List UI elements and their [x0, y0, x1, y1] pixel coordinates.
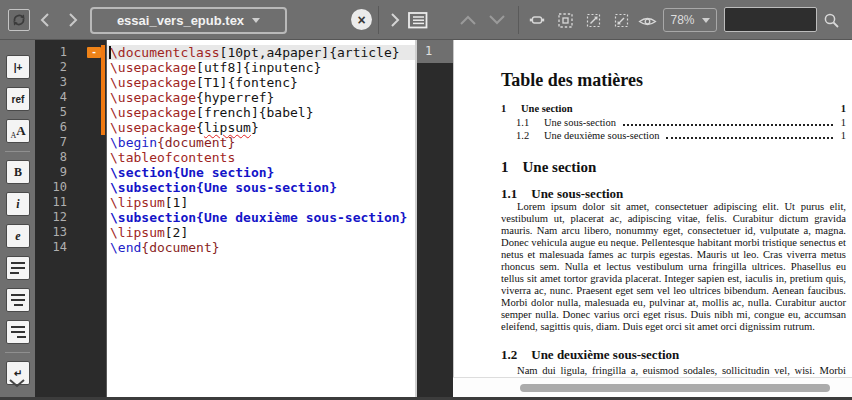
toc-dotted-leader: [623, 123, 833, 126]
code-line[interactable]: \lipsum[1]: [107, 195, 415, 210]
code-line[interactable]: \usepackage[french]{babel}: [107, 105, 415, 120]
align-center-button[interactable]: [6, 288, 30, 312]
line-number: 6: [45, 120, 67, 135]
gutter-row: 2: [35, 60, 106, 75]
code-segment: [1]: [165, 195, 188, 210]
line-number: 8: [45, 150, 67, 165]
zoom-out-button[interactable]: [612, 11, 630, 29]
chevron-up-icon: [459, 14, 477, 26]
code-segment: {hyperref}: [196, 90, 274, 105]
ref-button[interactable]: ref: [6, 87, 30, 111]
line-number: 13: [45, 225, 67, 240]
editor-code[interactable]: \documentclass[10pt,a4paper]{article}\us…: [107, 40, 415, 397]
emphasis-button[interactable]: e: [6, 224, 30, 248]
editor-gutter: 1-234567891011121314: [35, 40, 107, 397]
line-number: 4: [45, 90, 67, 105]
expand-toolbar-button[interactable]: [386, 12, 404, 28]
gutter-row: 8: [35, 150, 106, 165]
code-line[interactable]: \usepackage{lipsum}: [107, 120, 415, 135]
structure-panel-button[interactable]: [407, 11, 429, 29]
pdf-search-input[interactable]: [724, 7, 817, 32]
bold-button[interactable]: B: [6, 160, 30, 184]
align-left-button[interactable]: [6, 256, 30, 280]
code-line[interactable]: \usepackage[utf8]{inputenc}: [107, 60, 415, 75]
code-line[interactable]: \documentclass[10pt,a4paper]{article}: [107, 45, 415, 60]
line-number: 11: [45, 195, 67, 210]
code-line[interactable]: \usepackage{hyperref}: [107, 90, 415, 105]
toc-entry[interactable]: 1.2Une deuxième sous-section1: [501, 129, 846, 143]
zoom-level-value: 78%: [670, 13, 694, 27]
gutter-row: 3: [35, 75, 106, 90]
gutter-row: 9: [35, 165, 106, 180]
zoom-in-button[interactable]: [584, 11, 602, 29]
italic-button[interactable]: i: [6, 192, 30, 216]
line-number: 7: [45, 135, 67, 150]
code-segment: \lipsum: [110, 225, 165, 240]
subsection-heading: 1.2Une deuxième sous-section: [501, 347, 846, 363]
close-document-button[interactable]: ×: [351, 9, 372, 30]
pdf-viewer: Table des matières 1Une section11.1Une s…: [453, 40, 852, 397]
line-number: 5: [45, 105, 67, 120]
pdf-viewer-toolbar: essai_vers_epub.tex ×: [0, 0, 852, 40]
subsection-title: Une deuxième sous-section: [531, 347, 679, 362]
close-icon: ×: [357, 13, 365, 27]
sidebar-scroll-down-button[interactable]: [7, 377, 27, 389]
code-segment: \usepackage: [110, 75, 196, 90]
gutter-row: 5: [35, 105, 106, 120]
toolbar-separator: [378, 6, 379, 34]
code-line[interactable]: \subsection{Une sous-section}: [107, 180, 415, 195]
toc-entry-number: 1.1: [516, 116, 544, 130]
pdf-toc: 1Une section11.1Une sous-section11.2Une …: [501, 102, 846, 143]
line-number: 14: [45, 240, 67, 255]
toc-dotted-leader: [580, 111, 833, 112]
fold-marker[interactable]: -: [87, 47, 101, 58]
fit-width-button[interactable]: [528, 12, 546, 28]
code-segment: \tableofcontents: [110, 150, 235, 165]
gutter-row: 4: [35, 90, 106, 105]
code-line[interactable]: \usepackage[T1]{fontenc}: [107, 75, 415, 90]
page-number-badge[interactable]: 1: [417, 40, 453, 63]
zoom-shrink-icon: [613, 12, 630, 29]
toc-entry[interactable]: 1Une section1: [501, 102, 846, 116]
zoom-expand-icon: [585, 12, 602, 29]
toc-dotted-leader: [666, 136, 833, 139]
code-segment: [10pt,a4paper]{article}: [220, 45, 400, 60]
chevron-left-icon: [39, 12, 51, 28]
previous-page-button[interactable]: [458, 13, 478, 27]
gutter-row: 10: [35, 180, 106, 195]
code-segment: [french]{babel}: [196, 105, 313, 120]
open-file-selector[interactable]: essai_vers_epub.tex: [90, 7, 287, 34]
insert-bar-button[interactable]: |+: [6, 55, 30, 79]
presentation-mode-button[interactable]: [637, 14, 657, 28]
next-page-button[interactable]: [487, 13, 507, 27]
code-line[interactable]: \section{Une section}: [107, 165, 415, 180]
subsection-number: 1.1: [501, 186, 517, 202]
code-line[interactable]: \lipsum[2]: [107, 225, 415, 240]
align-right-button[interactable]: [6, 320, 30, 344]
edit-tools-sidebar: |+refAABie↵: [0, 40, 35, 397]
scrollbar-thumb[interactable]: [520, 384, 830, 392]
code-line[interactable]: \tableofcontents: [107, 150, 415, 165]
code-line[interactable]: \begin{document}: [107, 135, 415, 150]
code-line[interactable]: \subsection{Une deuxième sous-section}: [107, 210, 415, 225]
next-document-button[interactable]: [64, 12, 82, 28]
toc-entry-page: 1: [838, 116, 846, 130]
code-segment: [2]: [165, 225, 188, 240]
code-line[interactable]: \end{document}: [107, 240, 415, 255]
pdf-search-button[interactable]: [822, 11, 840, 29]
toc-entry[interactable]: 1.1Une sous-section1: [501, 116, 846, 130]
previous-document-button[interactable]: [36, 12, 54, 28]
refresh-icon: [11, 12, 27, 28]
fit-page-button[interactable]: [556, 11, 574, 29]
refresh-button[interactable]: [8, 9, 30, 31]
line-number: 2: [45, 60, 67, 75]
pdf-horizontal-scrollbar[interactable]: [453, 377, 852, 398]
code-segment: \usepackage: [110, 90, 196, 105]
subsection-heading: 1.1Une sous-section: [501, 186, 846, 202]
gutter-row: 6: [35, 120, 106, 135]
line-number: 9: [45, 165, 67, 180]
toc-title: Table des matières: [501, 70, 846, 91]
zoom-level-selector[interactable]: 78%: [663, 8, 717, 32]
font-size-button[interactable]: AA: [6, 119, 30, 143]
chevron-down-icon: [252, 18, 260, 23]
